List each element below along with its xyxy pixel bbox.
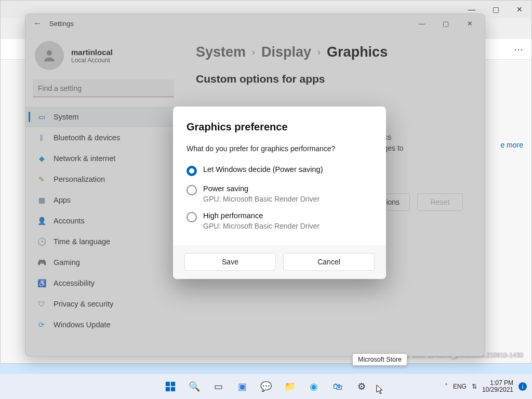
sidebar-item-label: Time & language <box>54 237 110 246</box>
search-button[interactable]: 🔍 <box>184 376 205 397</box>
reset-button[interactable]: Reset <box>417 193 463 211</box>
clock-icon: 🕒 <box>37 237 46 246</box>
svg-rect-4 <box>171 387 175 391</box>
dialog-subtitle: What do you prefer for graphics performa… <box>187 144 373 153</box>
dialog-title: Graphics preference <box>187 121 373 133</box>
tray-overflow-button[interactable]: ˄ <box>445 383 448 390</box>
sidebar-item-label: Windows Update <box>54 321 111 329</box>
sidebar-item-label: Gaming <box>54 258 80 267</box>
sidebar-item-label: Accounts <box>54 217 85 225</box>
breadcrumb-system[interactable]: System <box>196 44 246 60</box>
network-icon[interactable]: ⇅ <box>472 383 477 390</box>
gaming-icon: 🎮 <box>37 258 46 267</box>
task-view-icon: ▭ <box>214 381 223 392</box>
cancel-button[interactable]: Cancel <box>283 253 375 271</box>
user-name: martinlocal <box>71 48 113 57</box>
chat-icon: 💬 <box>260 381 272 392</box>
settings-taskbar-button[interactable]: ⚙ <box>351 376 372 397</box>
save-button[interactable]: Save <box>184 253 276 271</box>
radio-icon <box>187 166 197 176</box>
radio-label: Let Windows decide (Power saving) <box>203 165 323 174</box>
store-button[interactable]: 🛍 <box>327 376 348 397</box>
outer-close-button[interactable]: ✕ <box>508 1 531 18</box>
radio-icon <box>187 212 197 222</box>
search-input[interactable] <box>33 79 174 97</box>
edge-icon: ◉ <box>310 381 318 392</box>
sidebar-item-label: Privacy & security <box>54 300 113 308</box>
minimize-button[interactable]: — <box>410 15 434 32</box>
date-text: 10/29/2021 <box>482 387 513 393</box>
sidebar-item-label: System <box>54 113 78 121</box>
start-button[interactable] <box>160 376 181 397</box>
sidebar-item-gaming[interactable]: 🎮Gaming <box>25 252 181 273</box>
update-icon: ⟳ <box>37 320 46 329</box>
svg-rect-1 <box>166 382 170 386</box>
settings-titlebar: ← Settings — ▢ ✕ <box>25 14 485 33</box>
sidebar-item-label: Bluetooth & devices <box>54 134 120 142</box>
user-block[interactable]: martinlocal Local Account <box>25 36 181 79</box>
widgets-icon: ▣ <box>238 381 247 392</box>
widgets-button[interactable]: ▣ <box>232 376 252 397</box>
partial-link[interactable]: e more <box>500 141 523 149</box>
sidebar-item-apps[interactable]: ▦Apps <box>25 190 181 210</box>
language-indicator[interactable]: ENG <box>453 383 467 390</box>
radio-sublabel: GPU: Microsoft Basic Render Driver <box>203 222 320 230</box>
clock[interactable]: 1:07 PM 10/29/2021 <box>482 380 513 393</box>
store-icon: 🛍 <box>333 381 342 392</box>
user-account-type: Local Account <box>71 57 113 64</box>
radio-label: High performance <box>203 211 320 220</box>
search-icon: 🔍 <box>189 381 200 392</box>
sidebar-item-label: Network & internet <box>54 154 115 163</box>
svg-rect-3 <box>166 387 170 391</box>
edge-button[interactable]: ◉ <box>303 376 324 397</box>
radio-option-power-saving[interactable]: Power saving GPU: Microsoft Basic Render… <box>187 180 373 207</box>
back-button[interactable]: ← <box>29 15 46 32</box>
task-view-button[interactable]: ▭ <box>208 376 229 397</box>
chevron-right-icon: › <box>317 47 321 58</box>
svg-point-0 <box>47 50 52 56</box>
sidebar-item-personalization[interactable]: ✎Personalization <box>25 169 181 190</box>
sidebar-item-time[interactable]: 🕒Time & language <box>25 231 181 252</box>
sidebar-item-label: Personalization <box>54 175 105 183</box>
sidebar-item-system[interactable]: ▭System <box>25 107 181 127</box>
sidebar-item-accounts[interactable]: 👤Accounts <box>25 210 181 231</box>
bluetooth-icon: ᛒ <box>37 133 46 142</box>
sidebar-item-label: Accessibility <box>54 279 95 287</box>
sidebar-item-privacy[interactable]: 🛡Privacy & security <box>25 294 181 314</box>
nav-list: ▭System ᛒBluetooth & devices ◆Network & … <box>25 104 181 337</box>
chat-button[interactable]: 💬 <box>256 376 276 397</box>
radio-icon <box>187 185 197 195</box>
brush-icon: ✎ <box>37 175 46 184</box>
explorer-button[interactable]: 📁 <box>280 376 300 397</box>
sidebar-item-bluetooth[interactable]: ᛒBluetooth & devices <box>25 127 181 148</box>
radio-option-high-performance[interactable]: High performance GPU: Microsoft Basic Re… <box>187 207 373 234</box>
sidebar-item-label: Apps <box>54 196 71 204</box>
system-icon: ▭ <box>37 112 46 122</box>
folder-icon: 📁 <box>284 381 296 392</box>
sidebar-item-accessibility[interactable]: ♿Accessibility <box>25 273 181 294</box>
radio-sublabel: GPU: Microsoft Basic Render Driver <box>203 195 320 203</box>
close-button[interactable]: ✕ <box>458 15 482 32</box>
overflow-menu-icon[interactable]: ⋯ <box>514 44 524 55</box>
outer-maximize-button[interactable]: ▢ <box>484 1 508 18</box>
person-icon <box>42 48 57 63</box>
sidebar-item-update[interactable]: ⟳Windows Update <box>25 314 181 335</box>
notification-badge[interactable]: i <box>518 382 527 391</box>
taskbar-tooltip: Microsoft Store <box>352 353 407 366</box>
settings-window: ← Settings — ▢ ✕ martinlocal Local Accou… <box>25 14 485 356</box>
accounts-icon: 👤 <box>37 216 46 225</box>
sidebar: martinlocal Local Account ▭System ᛒBluet… <box>25 33 181 356</box>
mouse-cursor-icon <box>376 384 384 397</box>
window-title: Settings <box>49 20 74 28</box>
maximize-button[interactable]: ▢ <box>434 15 458 32</box>
breadcrumb-display[interactable]: Display <box>261 44 311 60</box>
breadcrumb: System › Display › Graphics <box>196 44 470 60</box>
gear-icon: ⚙ <box>357 381 366 392</box>
svg-rect-2 <box>171 382 175 386</box>
chevron-right-icon: › <box>252 47 255 58</box>
sidebar-item-network[interactable]: ◆Network & internet <box>25 148 181 169</box>
accessibility-icon: ♿ <box>37 278 46 288</box>
radio-label: Power saving <box>203 184 320 193</box>
wifi-icon: ◆ <box>37 154 46 163</box>
radio-option-let-windows-decide[interactable]: Let Windows decide (Power saving) <box>187 161 373 180</box>
